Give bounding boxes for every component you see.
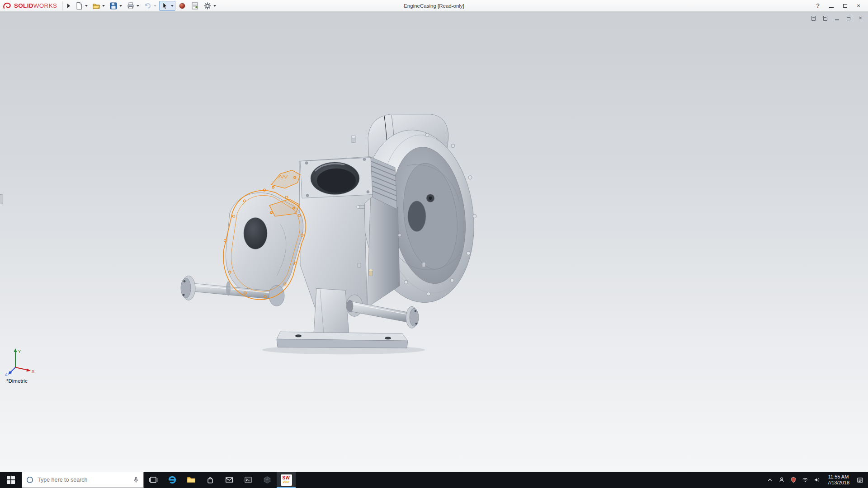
solidworks-titlebar: SOLIDWORKS	[0, 0, 868, 12]
reference-triad[interactable]: Y X Z	[5, 347, 36, 376]
panel-right-icon	[823, 16, 827, 21]
help-icon: ?	[816, 2, 819, 9]
panel-right-button[interactable]	[822, 15, 828, 21]
shield-icon	[790, 476, 797, 483]
undo-button[interactable]	[142, 1, 158, 11]
edge-icon	[167, 475, 177, 485]
settings-gear-icon	[203, 2, 212, 10]
minimize-button[interactable]	[825, 0, 838, 11]
store-button[interactable]	[201, 472, 220, 488]
windows-taskbar: SW 2017	[0, 472, 868, 488]
save-button[interactable]	[108, 1, 124, 11]
options-form-button[interactable]	[189, 1, 201, 11]
console-button[interactable]	[239, 472, 258, 488]
store-icon	[206, 475, 215, 484]
toolbar-separator	[62, 1, 63, 10]
doc-close-button[interactable]: ×	[857, 15, 863, 21]
clock-date: 7/13/2018	[827, 480, 849, 486]
panel-left-icon	[811, 16, 816, 21]
people-icon	[778, 476, 785, 483]
search-input[interactable]	[38, 477, 129, 483]
doc-minimize-icon	[835, 19, 839, 20]
dropdown-caret[interactable]	[102, 5, 105, 7]
task-view-icon	[149, 475, 158, 484]
triad-y-label: Y	[18, 349, 21, 354]
action-center-icon	[856, 476, 864, 484]
dropdown-caret[interactable]	[119, 5, 122, 7]
doc-minimize-button[interactable]	[834, 15, 840, 21]
system-tray: 11:55 AM 7/13/2018	[764, 472, 868, 488]
edge-button[interactable]	[163, 472, 182, 488]
hidden-icons-button[interactable]	[764, 472, 776, 488]
document-title: EngineCasing [Read-only]	[404, 3, 464, 9]
task-view-button[interactable]	[144, 472, 163, 488]
engine-casing-geometry	[181, 114, 483, 354]
ds-logo-icon	[3, 2, 13, 10]
document-window-controls: ×	[810, 15, 863, 21]
flyout-expand-arrow[interactable]	[67, 4, 70, 8]
network-button[interactable]	[799, 472, 811, 488]
file-explorer-icon	[186, 475, 196, 485]
volume-button[interactable]	[811, 472, 823, 488]
dropdown-caret[interactable]	[154, 5, 156, 7]
open-document-button[interactable]	[90, 1, 107, 11]
start-button[interactable]	[0, 472, 22, 488]
new-document-button[interactable]	[73, 1, 90, 11]
action-center-button[interactable]	[854, 472, 866, 488]
microphone-icon[interactable]	[132, 476, 140, 484]
desktop: SOLIDWORKS	[0, 0, 868, 488]
solidworks-logo: SOLIDWORKS	[0, 2, 61, 10]
solidworks-app-icon: SW 2017	[281, 474, 292, 486]
close-button[interactable]: ×	[852, 0, 865, 11]
print-icon	[127, 2, 135, 10]
open-document-icon	[92, 2, 100, 10]
dropdown-caret[interactable]	[213, 5, 216, 7]
save-icon	[109, 2, 118, 10]
dropdown-caret[interactable]	[85, 5, 88, 7]
maximize-icon	[843, 4, 847, 8]
panel-left-button[interactable]	[810, 15, 816, 21]
mail-button[interactable]	[220, 472, 239, 488]
print-button[interactable]	[125, 1, 141, 11]
triad-x-label: X	[32, 369, 34, 374]
appearances-button[interactable]	[176, 1, 188, 11]
taskbar-search[interactable]	[22, 472, 144, 488]
volume-icon	[813, 476, 821, 483]
security-button[interactable]	[788, 472, 799, 488]
appearances-sphere-icon	[178, 2, 186, 10]
help-button[interactable]: ?	[811, 0, 825, 11]
show-desktop-button[interactable]	[866, 472, 868, 488]
file-explorer-button[interactable]	[182, 472, 201, 488]
view-orientation-label: *Dimetric	[6, 378, 28, 384]
options-form-icon	[191, 2, 199, 10]
tray-chevron-icon	[767, 477, 773, 483]
settings-button[interactable]	[202, 1, 218, 11]
dropdown-caret[interactable]	[171, 5, 174, 7]
console-icon	[244, 475, 253, 484]
triad-z-label: Z	[5, 372, 8, 376]
select-cursor-icon	[161, 2, 169, 10]
maximize-button[interactable]	[838, 0, 852, 11]
close-icon: ×	[857, 2, 860, 9]
select-tool-button[interactable]	[159, 1, 175, 11]
doc-restore-button[interactable]	[845, 15, 852, 21]
graphics-viewport[interactable]: ×	[0, 12, 868, 472]
doc-restore-icon	[847, 17, 850, 20]
taskbar-clock[interactable]: 11:55 AM 7/13/2018	[823, 472, 854, 488]
windows-start-icon	[7, 476, 15, 484]
wifi-icon	[802, 476, 809, 483]
window-controls: ? ×	[811, 0, 868, 11]
new-document-icon	[75, 2, 83, 10]
cortana-circle-icon	[26, 476, 34, 484]
clock-time: 11:55 AM	[828, 474, 849, 480]
engine-casing-model[interactable]	[0, 12, 868, 472]
doc-close-icon: ×	[859, 15, 862, 21]
dropdown-caret[interactable]	[137, 5, 139, 7]
mail-icon	[225, 475, 234, 484]
undo-icon	[144, 2, 152, 10]
3d-viewer-icon	[263, 475, 272, 484]
3d-viewer-button[interactable]	[258, 472, 277, 488]
solidworks-app-button[interactable]: SW 2017	[277, 472, 296, 488]
people-button[interactable]	[776, 472, 788, 488]
solidworks-wordmark: SOLIDWORKS	[14, 2, 57, 9]
